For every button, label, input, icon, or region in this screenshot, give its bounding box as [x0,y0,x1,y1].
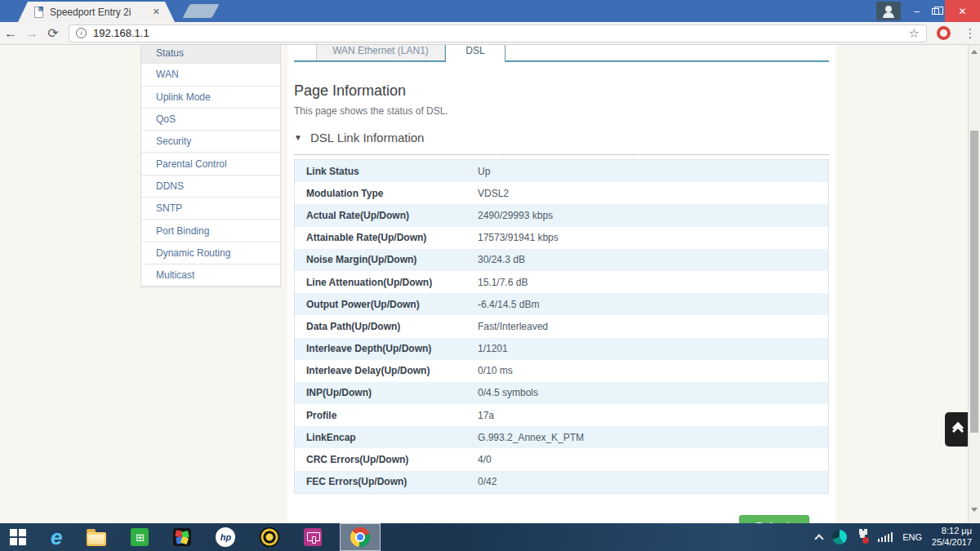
close-tab-icon[interactable]: ✕ [153,7,160,17]
collapse-triangle-icon[interactable]: ▼ [294,133,302,142]
sidebar-item-parental-control[interactable]: Parental Control [141,153,280,175]
profile-button[interactable] [876,2,901,20]
row-label: Data Path(Up/Down) [295,321,478,332]
row-value: 0/42 [478,476,497,487]
tabbar-spacer [294,45,316,60]
row-value: -6.4/14.5 dBm [478,299,539,310]
row-label: FEC Errors(Up/Down) [295,476,478,487]
restore-button[interactable] [926,0,945,22]
sidebar-item-dynamic-routing[interactable]: Dynamic Routing [141,242,280,264]
reload-icon[interactable]: ⟳ [42,25,64,41]
sidebar-item-security[interactable]: Security [141,131,280,153]
row-label: Interleave Delay(Up/Down) [295,365,478,376]
forward-icon: → [21,26,42,41]
url-text[interactable]: 192.168.1.1 [93,27,902,39]
minimize-button[interactable]: – [907,0,926,22]
row-value: 2490/29993 kbps [478,210,553,221]
page-viewport: Status WAN Uplink Mode QoS Security Pare… [0,45,980,523]
hidden-icons-chevron-icon[interactable] [814,534,823,543]
table-row: Interleave Delay(Up/Down)0/10 ms [295,360,828,382]
address-bar[interactable]: i 192.168.1.1 ☆ [69,24,927,42]
hp-app-icon[interactable]: hp [216,527,235,547]
scrollbar-up-arrow-icon[interactable] [971,50,978,54]
antivirus-tray-icon[interactable] [832,530,847,544]
sidebar-item-qos[interactable]: QoS [141,109,280,131]
sidebar-item-wan[interactable]: WAN [141,64,280,86]
taskbar-clock[interactable]: 8:12 μμ 25/4/2017 [932,526,972,549]
row-value: G.993.2_Annex_K_PTM [478,432,584,443]
row-label: Line Attenuation(Up/Down) [295,277,478,288]
bookmark-star-icon[interactable]: ☆ [909,26,920,41]
page-subtitle: This page shows the status of DSL. [294,105,448,117]
table-row: Line Attenuation(Up/Down)15.1/7.6 dB [295,271,828,293]
page-title: Page Information [294,82,406,100]
tab-wan-ethernet[interactable]: WAN Ethernet (LAN1) [316,45,445,60]
table-row: INP(Up/Down)0/4.5 symbols [295,382,828,404]
row-label: Actual Rate(Up/Down) [295,210,478,221]
clock-date: 25/4/2017 [932,537,972,549]
row-value: Up [478,166,490,177]
sidebar-menu: Status WAN Uplink Mode QoS Security Pare… [140,45,281,287]
back-icon[interactable]: ← [0,26,21,41]
table-row: Interleave Depth(Up/Down)1/1201 [295,338,828,360]
scrollbar-thumb[interactable] [970,131,978,433]
desktop: Speedport Entry 2i ✕ – ✕ ← → ⟳ i 192.168… [0,0,980,551]
sidebar-item-status[interactable]: Status [141,45,280,64]
internet-explorer-icon[interactable]: e [51,528,62,546]
table-row: Output Power(Up/Down)-6.4/14.5 dBm [295,293,828,315]
row-value: 1/1201 [478,343,508,354]
row-value: 17a [478,410,494,421]
dsl-link-info-section-header[interactable]: ▼ DSL Link Information [294,131,829,155]
file-explorer-icon[interactable] [87,532,106,546]
row-value: 30/24.3 dB [478,254,525,265]
sidebar-item-sntp[interactable]: SNTP [141,198,280,220]
row-label: Modulation Type [295,188,478,199]
table-row: Attainable Rate(Up/Down)17573/91941 kbps [295,227,828,249]
row-label: INP(Up/Down) [295,387,478,398]
table-row: Noise Margin(Up/Down)30/24.3 dB [295,249,828,271]
network-plug-alert-icon[interactable] [857,531,868,544]
sidebar-item-uplink-mode[interactable]: Uplink Mode [141,87,280,109]
menu-dots-icon[interactable]: ⋮ [960,26,980,41]
tab-dsl[interactable]: DSL [445,45,506,62]
system-tray: ENG 8:12 μμ 25/4/2017 [816,526,980,549]
chrome-icon [350,527,370,547]
extension-opera-icon[interactable] [937,26,951,40]
chrome-taskbar-button-active[interactable] [340,523,381,551]
person-icon [885,6,892,12]
language-indicator[interactable]: ENG [902,532,922,542]
row-label: Profile [295,410,478,421]
media-disc-app-icon[interactable] [260,527,279,547]
restore-icon [932,8,939,15]
sidebar-item-multicast[interactable]: Multicast [141,264,280,287]
start-button[interactable] [10,529,26,545]
table-row: Data Path(Up/Down)Fast/Interleaved [295,315,828,337]
taskbar: e ⊞ hp ENG 8:12 μμ 25/4/2017 [0,523,980,551]
row-label: Link Status [295,166,478,177]
table-row: CRC Errors(Up/Down)4/0 [295,448,828,470]
signal-bars-icon[interactable] [878,532,893,542]
browser-tabstrip: Speedport Entry 2i ✕ – ✕ [0,0,980,22]
photo-collage-app-icon[interactable] [173,528,191,546]
site-info-icon[interactable]: i [76,28,87,38]
scrollbar-down-arrow-icon[interactable] [971,508,978,512]
close-window-button[interactable]: ✕ [945,0,980,22]
refresh-button[interactable]: Refresh [739,515,809,523]
window-controls: – ✕ [876,0,980,22]
browser-tab[interactable]: Speedport Entry 2i ✕ [18,2,175,22]
table-row: Modulation TypeVDSL2 [295,182,828,204]
dsl-status-table: Link StatusUp Modulation TypeVDSL2 Actua… [294,159,829,494]
page-favicon-icon [34,7,43,18]
screen-mirroring-app-icon[interactable] [304,528,322,546]
row-label: LinkEncap [295,432,478,443]
new-tab-button[interactable] [182,4,219,18]
page-scrollbar[interactable] [968,45,980,523]
taskbar-pinned-apps: e ⊞ hp [0,523,381,551]
sidebar-item-ddns[interactable]: DDNS [141,176,280,198]
sidebar-item-port-binding[interactable]: Port Binding [141,220,280,242]
page-tabbar: WAN Ethernet (LAN1) DSL [294,45,829,62]
row-value: 0/10 ms [478,365,513,376]
windows-store-icon[interactable]: ⊞ [131,528,149,546]
table-row: Actual Rate(Up/Down)2490/29993 kbps [295,204,828,226]
browser-tab-title: Speedport Entry 2i [50,7,146,18]
